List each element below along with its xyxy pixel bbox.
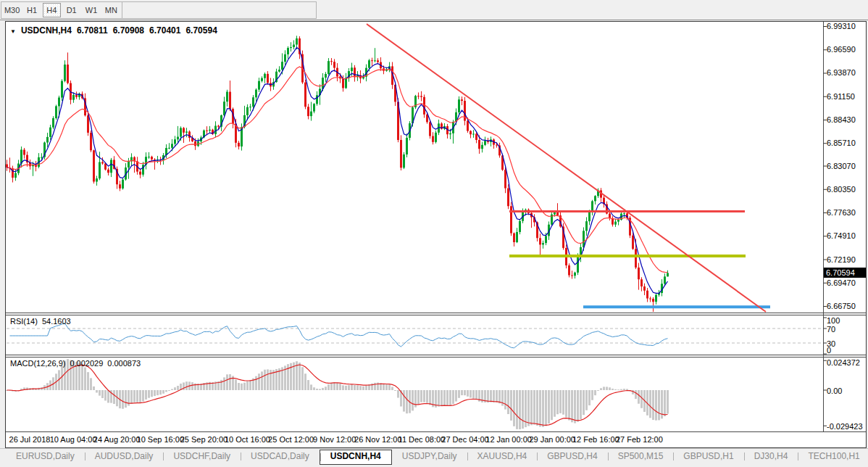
macd-signal-value: 0.000873 <box>107 359 141 368</box>
macd-scale-label: -0.029423 <box>827 422 863 431</box>
rsi-scale-label: 0 <box>827 346 831 355</box>
price-axis-tick: 6.93870 <box>827 68 856 77</box>
trading-platform-window: M30 H1 H4 D1 W1 MN ▼ USDCNH,H4 6.70811 6… <box>0 0 868 467</box>
tab-audusd-daily[interactable]: AUDUSD,Daily <box>85 450 164 463</box>
current-price-badge: 6.70594 <box>824 268 866 278</box>
time-axis-label: 27 Dec 04:00 <box>441 435 488 444</box>
time-axis-label: 10 Sep 16:00 <box>137 435 184 444</box>
rsi-name: RSI(14) <box>10 317 38 326</box>
price-axis-tick: 6.91150 <box>827 92 855 101</box>
candlestick-chart <box>6 22 866 447</box>
toolbar-empty-section <box>122 1 317 19</box>
tab-usdcnh-h4[interactable]: USDCNH,H4 <box>320 450 392 465</box>
price-axis-tick: 6.74910 <box>827 231 856 240</box>
ohlc-low: 6.70401 <box>149 25 180 36</box>
price-axis-tick: 6.80350 <box>827 185 856 194</box>
timeframe-button-group: M30 H1 H4 D1 W1 MN <box>1 1 122 19</box>
chart-area[interactable]: ▼ USDCNH,H4 6.70811 6.70908 6.70401 6.70… <box>5 21 867 448</box>
price-axis-tick: 6.66750 <box>827 302 856 310</box>
tab-sp500-m15[interactable]: SP500,M15 <box>608 450 674 463</box>
macd-scale-label: 0.024372 <box>827 358 860 367</box>
tab-gbpusd-h1[interactable]: GBPUSD,H1 <box>673 450 743 463</box>
price-axis-tick: 6.69470 <box>827 278 856 287</box>
price-axis-tick: 6.77630 <box>827 208 856 217</box>
time-axis-label: 25 Sep 20:00 <box>180 435 228 444</box>
tab-tech100-h1[interactable]: TECH100,H1 <box>798 450 868 463</box>
time-axis-label: 9 Nov 12:00 <box>313 435 356 444</box>
price-axis-tick: 6.72190 <box>827 255 856 264</box>
timeframe-button-mn[interactable]: MN <box>102 3 120 17</box>
tab-eurusd-daily[interactable]: EURUSD,Daily <box>6 450 85 463</box>
time-axis-label: 11 Dec 08:00 <box>398 435 446 444</box>
tab-dj30-h4[interactable]: DJ30,H4 <box>744 450 798 463</box>
price-axis-tick: 6.85710 <box>827 139 856 147</box>
rsi-value: 54.1603 <box>42 317 71 326</box>
tab-usdchf-daily[interactable]: USDCHF,Daily <box>163 450 241 463</box>
rsi-indicator-label: RSI(14) 54.1603 <box>10 317 71 326</box>
time-axis-label: 26 Jul 2018 <box>9 435 51 444</box>
symbol-dropdown-icon[interactable]: ▼ <box>10 28 16 35</box>
time-axis-label: 10 Aug 04:00 <box>50 435 97 444</box>
time-axis-label: 29 Jan 00:00 <box>529 435 575 444</box>
macd-main-value: 0.002029 <box>70 359 103 368</box>
tab-usdjpy-daily[interactable]: USDJPY,Daily <box>392 450 467 463</box>
timeframe-toolbar: M30 H1 H4 D1 W1 MN <box>0 0 868 20</box>
time-axis-label: 10 Oct 16:00 <box>225 435 270 444</box>
price-axis-tick: 6.83070 <box>827 162 856 170</box>
timeframe-button-d1[interactable]: D1 <box>62 3 80 17</box>
tab-usdcad-daily[interactable]: USDCAD,Daily <box>241 450 320 463</box>
symbol-tab-bar: EURUSD,Daily AUDUSD,Daily USDCHF,Daily U… <box>0 448 868 467</box>
time-axis-label: 12 Feb 16:00 <box>572 435 619 444</box>
time-axis-label: 25 Oct 12:00 <box>268 435 314 444</box>
rsi-scale-label: 70 <box>827 325 835 334</box>
macd-scale-label: 0.00 <box>827 387 842 395</box>
time-axis-label: 27 Feb 12:00 <box>616 435 663 444</box>
timeframe-button-h4[interactable]: H4 <box>43 3 61 17</box>
ohlc-close: 6.70594 <box>185 25 217 36</box>
timeframe-button-w1[interactable]: W1 <box>82 3 100 17</box>
time-axis-label: 26 Nov 12:00 <box>354 435 401 444</box>
chart-header: ▼ USDCNH,H4 6.70811 6.70908 6.70401 6.70… <box>10 25 217 36</box>
timeframe-button-m30[interactable]: M30 <box>3 3 21 17</box>
tab-gbpusd-h4[interactable]: GBPUSD,H4 <box>537 450 607 463</box>
rsi-scale-label: 100 <box>827 316 840 325</box>
price-axis-tick: 6.96590 <box>827 45 856 54</box>
price-axis-tick: 6.99310 <box>827 22 856 30</box>
tab-xauusd-h4[interactable]: XAUUSD,H4 <box>467 450 538 463</box>
macd-name: MACD(12,26,9) <box>10 359 65 368</box>
time-axis-label: 12 Jan 00:00 <box>485 435 532 444</box>
price-axis-tick: 6.88430 <box>827 115 856 124</box>
ohlc-open: 6.70811 <box>77 25 108 36</box>
macd-indicator-label: MACD(12,26,9) 0.002029 0.000873 <box>10 359 141 368</box>
chart-symbol-label: USDCNH,H4 <box>21 25 72 36</box>
time-axis[interactable]: 26 Jul 2018 10 Aug 04:00 24 Aug 20:00 10… <box>6 432 866 447</box>
ohlc-high: 6.70908 <box>113 25 144 36</box>
time-axis-label: 24 Aug 20:00 <box>93 435 141 444</box>
timeframe-button-h1[interactable]: H1 <box>22 3 41 17</box>
